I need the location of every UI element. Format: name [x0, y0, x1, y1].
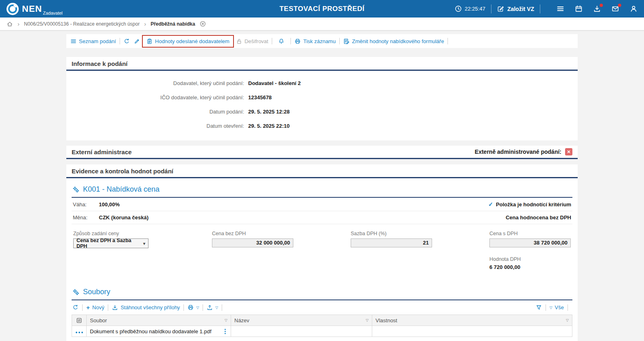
toolbar-separator — [568, 304, 568, 311]
row-menu-cell — [72, 326, 87, 337]
pencil-icon — [134, 38, 140, 44]
clock-time: 22:25:47 — [465, 6, 485, 12]
person-icon — [630, 5, 637, 13]
top-bar: NENZadavatel TESTOVACÍ PROSTŘEDÍ 22:25:4… — [0, 0, 644, 17]
refresh-icon — [124, 38, 130, 44]
info-value: 29. 5. 2025 12:28 — [248, 109, 578, 115]
close-tab-button[interactable] — [200, 21, 206, 27]
price-mode-field: Způsob zadání ceny Cena bez DPH a Sazba … — [73, 231, 155, 270]
toolbar-separator — [82, 304, 83, 311]
bell-icon — [278, 38, 284, 44]
tisk-zaznamu-button[interactable]: Tisk záznamu — [295, 38, 336, 44]
section-evidence: Evidence a kontrola hodnot podání K001 -… — [66, 164, 578, 341]
messages-button[interactable] — [611, 5, 619, 13]
view-all-button[interactable]: ▽ Vše — [550, 304, 564, 310]
file-vlastnost-cell — [372, 326, 572, 337]
file-nazev-cell — [231, 326, 372, 337]
weight-label: Váha: — [73, 201, 99, 208]
create-vz-label: Založit VZ — [507, 6, 534, 12]
currency-row: Měna: CZK (koruna česká) Cena hodnocena … — [72, 211, 572, 224]
price-excl-label: Cena bez DPH — [212, 231, 293, 236]
files-print-button[interactable]: ▽ — [188, 304, 199, 310]
files-filter-group: ▽ Vše — [536, 304, 572, 311]
vat-rate-input[interactable]: 21 — [351, 238, 432, 247]
view-all-label: Vše — [555, 304, 564, 310]
info-row: Datum otevření: 29. 5. 2025 22:10 — [66, 119, 578, 133]
tisk-zaznamu-label: Tisk záznamu — [303, 38, 336, 44]
toolbar-separator — [448, 38, 448, 44]
topbar-separator — [491, 4, 491, 13]
user-profile-button[interactable] — [630, 5, 637, 13]
breadcrumb-item-current[interactable]: Předběžná nabídka — [151, 21, 195, 27]
weight-row: Váha: 100,00% ✓ Položka je hodnotící kri… — [72, 198, 572, 211]
currency-value: CZK (koruna česká) — [99, 214, 148, 221]
files-export-button[interactable]: ▽ — [207, 304, 218, 310]
files-refresh-button[interactable] — [72, 304, 79, 310]
info-row: IČO dodavatele, který učinil podání: 123… — [66, 90, 578, 105]
file-name-link[interactable]: Dokument s předběžnou nabídkou dodavatel… — [90, 328, 212, 334]
hodnoty-odeslane-button[interactable]: Hodnoty odeslané dodavatelem — [146, 38, 229, 44]
file-name-cell: Dokument s předběžnou nabídkou dodavatel… — [87, 326, 231, 337]
price-mode-select[interactable]: Cena bez DPH a Sazba DPH ▾ — [73, 238, 148, 248]
environment-title: TESTOVACÍ PROSTŘEDÍ — [279, 5, 365, 13]
section-informace-k-podani: Informace k podání Dodavatel, který učin… — [66, 57, 578, 140]
printer-icon — [188, 304, 194, 310]
status-no-icon: ✕ — [565, 148, 572, 155]
filter-button[interactable] — [536, 304, 542, 310]
criteria-gears-icon — [72, 186, 79, 193]
printer-icon — [295, 38, 301, 44]
toolbar-separator — [546, 304, 546, 311]
column-filter-icon[interactable]: ▽ — [366, 318, 369, 322]
zmenit-hodnoty-button[interactable]: Změnit hodnoty nabídkového formuláře — [343, 38, 444, 44]
download-all-label: Stáhnout všechny přílohy — [120, 304, 180, 310]
column-label: Soubor — [90, 317, 107, 324]
breadcrumb-chevron: › — [17, 20, 20, 27]
row-actions-button[interactable] — [76, 332, 83, 333]
download-all-button[interactable]: Stáhnout všechny přílohy — [112, 304, 180, 310]
main-menu-button[interactable] — [557, 5, 564, 13]
k001-title: K001 - Nabídková cena — [83, 185, 159, 194]
breadcrumb-chevron: › — [144, 20, 146, 27]
column-header-nazev[interactable]: Název ▽ — [231, 315, 372, 326]
vat-rate-field: Sazba DPH (%) 21 — [351, 231, 432, 270]
notifications-button[interactable] — [278, 38, 284, 44]
column-settings-button[interactable] — [72, 315, 87, 326]
price-incl-label: Cena s DPH — [489, 231, 571, 236]
breadcrumb-item-procurement[interactable]: N006/25/V00005136 - Realizace energetick… — [24, 21, 140, 27]
file-kebab-menu-button[interactable] — [223, 328, 227, 335]
price-excl-input[interactable]: 32 000 000,00 — [212, 238, 293, 247]
column-header-soubor[interactable]: Soubor ▽ — [87, 315, 231, 326]
seznam-podani-button[interactable]: Seznam podání — [70, 38, 116, 44]
refresh-button[interactable] — [124, 38, 130, 44]
new-file-label: Nový — [92, 304, 105, 310]
hamburger-icon — [557, 5, 564, 13]
nen-home-link[interactable]: NENZadavatel — [7, 3, 63, 15]
column-header-vlastnost[interactable]: Vlastnost ▽ — [372, 315, 572, 326]
nen-logo-icon — [7, 3, 19, 15]
clock: 22:25:47 — [455, 5, 485, 12]
funnel-icon — [536, 304, 542, 310]
list-icon — [70, 38, 76, 44]
desifrovat-button[interactable]: Dešifrovat — [236, 38, 269, 44]
vat-note: Cena hodnocena bez DPH — [506, 214, 571, 221]
home-button[interactable] — [7, 21, 13, 27]
create-vz-button[interactable]: Založit VZ — [497, 5, 534, 12]
upload-icon — [207, 304, 213, 310]
column-filter-icon[interactable]: ▽ — [566, 318, 569, 322]
column-filter-icon[interactable]: ▽ — [225, 318, 227, 322]
new-file-button[interactable]: + Nový — [86, 304, 104, 311]
dropdown-triangle-icon: ▽ — [196, 306, 199, 310]
info-rows: Dodavatel, který učinil podání: Dodavate… — [66, 71, 578, 140]
edit-button[interactable] — [134, 38, 140, 44]
select-arrow-icon: ▾ — [143, 241, 145, 246]
downloads-button[interactable] — [593, 5, 601, 13]
dropdown-triangle-icon: ▽ — [215, 306, 218, 310]
calendar-button[interactable] — [575, 5, 583, 13]
price-mode-value: Cena bez DPH a Sazba DPH — [76, 238, 143, 249]
vat-rate-label: Sazba DPH (%) — [351, 231, 432, 236]
plus-icon: + — [86, 304, 90, 311]
notification-badge — [600, 4, 603, 7]
home-icon — [7, 21, 13, 27]
toolbar-separator — [272, 38, 272, 44]
price-incl-input[interactable]: 38 720 000,00 — [489, 238, 571, 247]
